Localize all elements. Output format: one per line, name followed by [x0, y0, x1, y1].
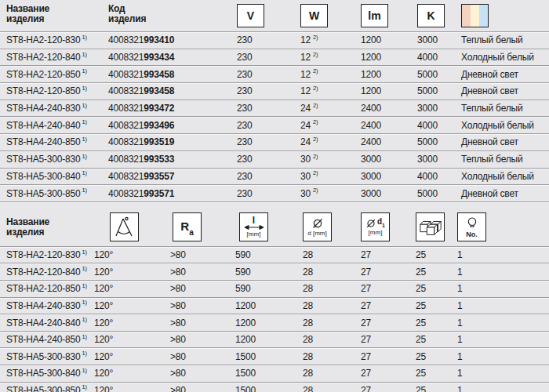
wattage-cell: 302): [300, 151, 361, 168]
diameter-cell: 28: [303, 314, 361, 331]
product-name-cell: ST8-HA5-300-8401): [0, 365, 94, 382]
diameter-d1-cell: 27: [361, 332, 416, 348]
code-prefix: 4008321: [108, 188, 144, 199]
table-row: ST8-HA5-300-8301) 120° >80 1500 28 27 25…: [0, 347, 549, 365]
cri-cell: >80: [170, 314, 235, 331]
wattage-value: 30: [300, 171, 311, 182]
footnote-marker: 1): [82, 333, 87, 340]
code-bold: 993458: [144, 85, 174, 96]
product-name: ST8-HA4-240-850: [6, 136, 80, 147]
diameter-d1-cell: 27: [361, 314, 416, 331]
luminous-flux-cell: 1200: [361, 66, 417, 82]
luminous-flux-cell: 3000: [361, 185, 417, 201]
beam-angle-cell: 120°: [94, 365, 170, 382]
footnote-marker: 1): [82, 350, 87, 357]
light-color-swatch-icon: [461, 4, 489, 27]
product-name: ST8-HA5-300-830: [6, 351, 80, 362]
table-row: ST8-HA2-120-8501) 4008321993458 230 122)…: [0, 65, 549, 82]
lamp-count-cell: 1: [457, 383, 504, 392]
footnote-marker: 2): [313, 102, 318, 109]
cri-cell: >80: [170, 365, 235, 382]
luminous-flux-cell: 3000: [361, 151, 417, 168]
table-row: ST8-HA4-240-8301) 120° >80 1200 28 27 25…: [0, 297, 549, 314]
wattage-cell: 242): [300, 100, 361, 117]
table-row: ST8-HA2-120-8501) 4008321993458 230 122)…: [0, 82, 549, 100]
diameter-d1-header-cell: d1 [mm]: [361, 209, 416, 246]
diameter-cell: 28: [303, 298, 361, 314]
product-code-cell: 4008321993410: [108, 32, 237, 49]
footnote-marker: 1): [82, 316, 87, 323]
light-color-cell: Теплый белый: [461, 32, 549, 49]
wattage-cell: 122): [300, 32, 361, 49]
spec-table-physical: Название изделия Ra l: [0, 209, 549, 392]
footnote-marker: 1): [82, 51, 87, 58]
code-bold: 993434: [144, 52, 174, 63]
cri-cell: >80: [170, 332, 235, 348]
product-name-cell: ST8-HA2-120-8501): [0, 66, 108, 82]
color-temperature-cell: 5000: [417, 185, 461, 201]
code-bold: 993472: [144, 103, 174, 114]
beam-angle-cell: 120°: [94, 314, 170, 331]
product-name-cell: ST8-HA4-240-8501): [0, 134, 108, 151]
light-color-header-cell: [461, 0, 549, 27]
wattage-unit-icon: W: [300, 4, 328, 27]
beam-angle-icon: [110, 212, 139, 241]
code-prefix: 4008321: [108, 120, 144, 131]
packaging-qty-cell: 25: [416, 263, 457, 280]
table1-header-row: Название изделия Код изделия V W lm K: [0, 0, 549, 31]
d1-sub: 1: [382, 223, 385, 228]
luminous-flux-header-cell: lm: [361, 0, 417, 27]
code-bold: 993458: [144, 69, 174, 80]
cri-cell: >80: [170, 383, 235, 392]
product-code-cell: 4008321993496: [108, 117, 237, 133]
length-cell: 590: [235, 281, 303, 297]
beam-angle-cell: 120°: [94, 348, 170, 365]
voltage-unit-icon: V: [237, 4, 264, 27]
footnote-marker: 1): [82, 153, 87, 160]
spacer-cell: [504, 263, 549, 280]
wattage-cell: 122): [300, 83, 361, 100]
product-name: ST8-HA2-120-850: [6, 69, 80, 80]
product-name: ST8-HA2-120-840: [6, 52, 80, 63]
product-name: ST8-HA2-120-830: [6, 34, 80, 45]
product-name-cell: ST8-HA4-240-8401): [0, 314, 94, 331]
product-name: ST8-HA5-300-850: [6, 385, 80, 392]
luminous-flux-cell: 2400: [361, 134, 417, 151]
footnote-marker: 1): [82, 136, 87, 143]
footnote-marker: 1): [82, 169, 87, 176]
color-temperature-cell: 4000: [417, 117, 461, 133]
diameter-d1-cell: 27: [361, 365, 416, 382]
luminous-flux-cell: 1200: [361, 49, 417, 66]
diameter-cell: 28: [303, 348, 361, 365]
product-code-cell: 4008321993472: [108, 100, 237, 117]
wattage-cell: 242): [300, 134, 361, 151]
diameter-d1-cell: 27: [361, 298, 416, 314]
table-row: ST8-HA2-120-8301) 120° >80 590 28 27 25 …: [0, 246, 549, 263]
packaging-icon: [416, 212, 445, 241]
luminous-flux-cell: 1200: [361, 83, 417, 100]
product-code-cell: 4008321993533: [108, 151, 237, 168]
product-name-cell: ST8-HA4-240-8501): [0, 332, 94, 348]
spec-table-electrical: Название изделия Код изделия V W lm K: [0, 0, 549, 202]
product-code-cell: 4008321993571: [108, 185, 237, 201]
diameter-cell: 28: [303, 247, 361, 263]
diameter-cell: 28: [303, 383, 361, 392]
beam-angle-cell: 120°: [94, 383, 170, 392]
footnote-marker: 1): [82, 299, 87, 306]
mm-unit-label: [mm]: [369, 229, 383, 236]
product-name-cell: ST8-HA5-300-8501): [0, 383, 94, 392]
product-name: ST8-HA4-240-850: [6, 334, 80, 345]
product-name-cell: ST8-HA5-300-8301): [0, 348, 94, 365]
voltage-cell: 230: [237, 49, 300, 66]
product-name-cell: ST8-HA5-300-8401): [0, 169, 108, 185]
color-temperature-cell: 4000: [417, 49, 461, 66]
footnote-marker: 1): [82, 282, 87, 289]
color-temperature-cell: 3000: [417, 151, 461, 168]
table-row: ST8-HA4-240-8501) 4008321993519 230 242)…: [0, 133, 549, 151]
wattage-cell: 122): [300, 66, 361, 82]
voltage-cell: 230: [237, 100, 300, 117]
color-temperature-unit-icon: K: [417, 4, 445, 27]
length-cell: 1200: [235, 332, 303, 348]
wattage-value: 24: [300, 120, 311, 131]
table-row: ST8-HA5-300-8401) 4008321993557 230 302)…: [0, 168, 549, 185]
